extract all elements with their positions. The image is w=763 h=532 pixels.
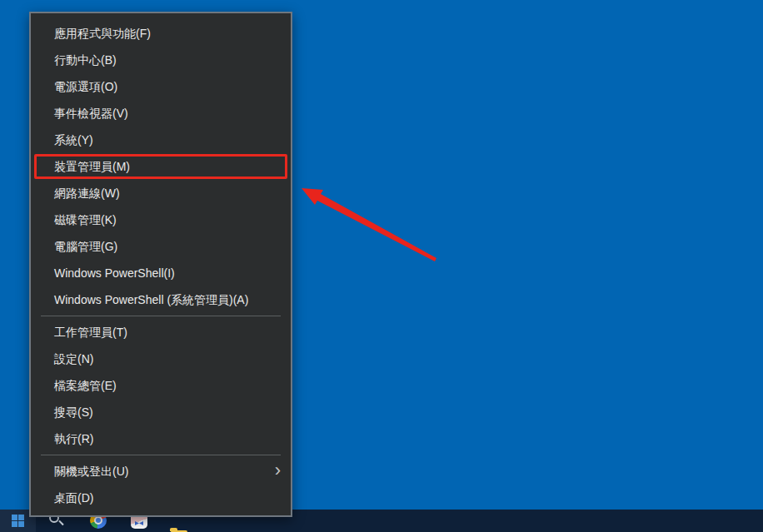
- menu-item-label: 電源選項(O): [54, 80, 117, 93]
- menu-item-label: 網路連線(W): [54, 186, 120, 200]
- menu-item[interactable]: 執行(R): [31, 425, 291, 452]
- menu-item-label: 事件檢視器(V): [54, 107, 128, 120]
- menu-item[interactable]: 事件檢視器(V): [31, 100, 291, 127]
- menu-item-label: 行動中心(B): [54, 53, 117, 67]
- menu-item[interactable]: 檔案總管(E): [31, 372, 291, 399]
- menu-item[interactable]: 設定(N): [31, 346, 291, 372]
- winx-menu: 應用程式與功能(F) 行動中心(B) 電源選項(O) 事件檢視器(V) 系統(Y…: [29, 12, 292, 517]
- menu-separator: [41, 455, 281, 455]
- menu-item[interactable]: 網路連線(W): [31, 180, 291, 206]
- menu-separator: [41, 316, 281, 316]
- menu-item-label: Windows PowerShell (系統管理員)(A): [54, 293, 248, 306]
- menu-item[interactable]: 工作管理員(T): [31, 319, 291, 346]
- menu-item[interactable]: 應用程式與功能(F): [31, 20, 291, 47]
- menu-item[interactable]: 關機或登出(U) ›: [31, 458, 291, 485]
- menu-item-label: 設定(N): [54, 352, 93, 365]
- menu-item[interactable]: 行動中心(B): [31, 47, 291, 73]
- windows-logo-icon: [12, 515, 24, 527]
- menu-item[interactable]: Windows PowerShell (系統管理員)(A): [31, 286, 291, 313]
- menu-item[interactable]: 磁碟管理(K): [31, 206, 291, 233]
- submenu-chevron-icon: ›: [275, 458, 281, 485]
- menu-item-label: 裝置管理員(M): [54, 160, 130, 173]
- menu-item[interactable]: 系統(Y): [31, 127, 291, 153]
- menu-item[interactable]: 桌面(D): [31, 485, 291, 511]
- menu-item-label: 執行(R): [54, 432, 93, 445]
- menu-item-label: 磁碟管理(K): [54, 213, 117, 226]
- menu-item-label: 應用程式與功能(F): [54, 27, 151, 40]
- menu-item[interactable]: 搜尋(S): [31, 399, 291, 425]
- menu-item-label: 關機或登出(U): [54, 465, 128, 478]
- menu-item-label: Windows PowerShell(I): [54, 266, 175, 280]
- menu-item-label: 工作管理員(T): [54, 326, 127, 339]
- menu-item[interactable]: 電源選項(O): [31, 73, 291, 100]
- menu-item-label: 系統(Y): [54, 133, 93, 147]
- menu-item-label: 桌面(D): [54, 491, 93, 505]
- menu-item[interactable]: 裝置管理員(M): [31, 153, 291, 180]
- menu-item-label: 搜尋(S): [54, 405, 93, 419]
- menu-item-label: 電腦管理(G): [54, 240, 117, 253]
- menu-item[interactable]: Windows PowerShell(I): [31, 260, 291, 286]
- menu-item-label: 檔案總管(E): [54, 379, 117, 392]
- menu-item[interactable]: 電腦管理(G): [31, 233, 291, 260]
